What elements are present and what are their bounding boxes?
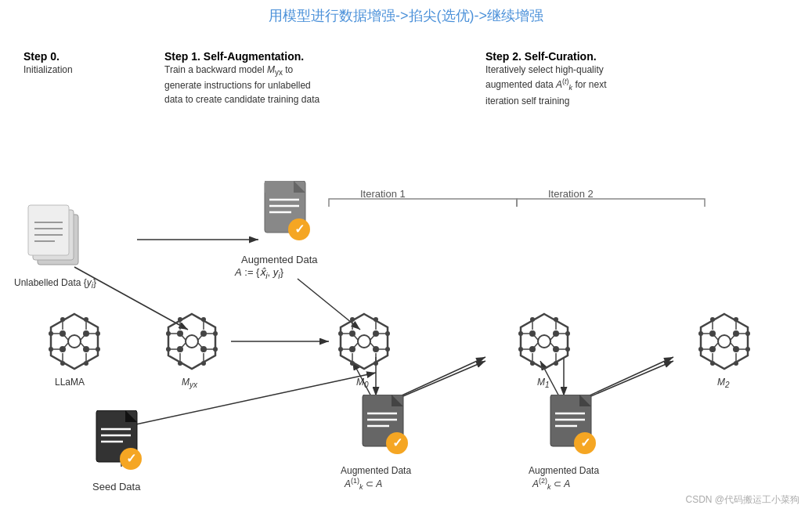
svg-point-109: [538, 335, 550, 348]
seed-data-icon: ✓: [90, 410, 149, 484]
svg-point-121: [565, 347, 570, 352]
step1-subtitle: Train a backward model Myx to generate i…: [164, 63, 321, 106]
svg-point-57: [186, 335, 198, 348]
svg-point-125: [554, 361, 558, 366]
step1-block: Step 1. Self-Augmentation. Train a backw…: [164, 50, 321, 106]
svg-point-92: [338, 331, 343, 336]
unlabelled-data-label: Unlabelled Data {yi}: [14, 277, 96, 290]
svg-point-31: [68, 335, 81, 348]
step1-title: Step 1. Self-Augmentation.: [164, 50, 321, 63]
svg-point-146: [698, 347, 703, 352]
svg-rect-17: [28, 205, 69, 255]
svg-text:✓: ✓: [126, 452, 136, 465]
m1-label: M1: [537, 377, 550, 389]
aug-data-1-label: Augmented Data: [341, 465, 411, 476]
svg-point-69: [213, 347, 218, 352]
step0-subtitle: Initialization: [23, 63, 73, 77]
iteration1-label: Iteration 1: [360, 188, 406, 200]
svg-point-67: [213, 331, 218, 336]
svg-point-144: [698, 331, 703, 336]
svg-point-94: [338, 347, 343, 352]
m2-label: M2: [717, 377, 730, 389]
step0-block: Step 0. Initialization: [23, 50, 73, 77]
svg-point-150: [710, 361, 715, 366]
step2-block: Step 2. Self-Curation. Iteratively selec…: [485, 50, 606, 108]
svg-marker-56: [168, 314, 215, 369]
svg-point-46: [60, 361, 65, 366]
m2-svg: [689, 310, 760, 373]
svg-line-12: [587, 361, 673, 398]
svg-point-41: [96, 331, 100, 336]
svg-point-93: [385, 331, 390, 336]
step2-subtitle: Iteratively select high-qualityaugmented…: [485, 63, 606, 108]
svg-point-42: [49, 347, 53, 352]
m0-label: M0: [356, 377, 369, 389]
seed-data-label: Seed Data: [92, 481, 140, 493]
svg-point-135: [718, 335, 731, 348]
aug-doc-1-svg: ✓: [356, 395, 415, 465]
llama-svg: [39, 310, 110, 373]
m1-icon: [509, 310, 579, 376]
svg-point-148: [710, 317, 715, 322]
m0-svg: [329, 310, 399, 373]
svg-point-45: [84, 317, 88, 322]
aug-data-top-formula: A := {x̂i, yi}: [235, 266, 283, 280]
svg-text:✓: ✓: [392, 436, 402, 449]
m1-svg: [509, 310, 579, 373]
svg-point-119: [565, 331, 570, 336]
svg-point-149: [734, 317, 738, 322]
aug-doc-2-svg: ✓: [544, 395, 603, 465]
svg-point-70: [178, 317, 182, 322]
augmented-data-top-icon: ✓: [258, 181, 317, 254]
svg-point-145: [745, 331, 750, 336]
svg-point-83: [358, 335, 370, 348]
aug-data-1-icon: ✓: [356, 395, 415, 468]
svg-line-4: [579, 357, 673, 400]
myx-label: Myx: [182, 377, 197, 389]
m2-icon: [689, 310, 760, 376]
svg-point-118: [518, 331, 523, 336]
aug-data-top-label: Augmented Data: [241, 254, 318, 265]
svg-marker-134: [701, 314, 748, 369]
svg-point-124: [530, 361, 535, 366]
svg-marker-30: [51, 314, 98, 369]
iteration2-label: Iteration 2: [548, 188, 594, 200]
csdn-watermark: CSDN @代码搬运工小菜狗: [685, 493, 799, 507]
svg-point-99: [374, 361, 378, 366]
llama-icon: [39, 310, 110, 376]
unlabelled-doc-svg: [23, 200, 94, 271]
step0-title: Step 0.: [23, 50, 73, 63]
svg-point-151: [734, 361, 738, 366]
svg-point-73: [201, 361, 206, 366]
aug-data-2-formula: A(2)k ⊂ A: [532, 477, 570, 491]
svg-point-44: [60, 317, 65, 322]
svg-point-97: [374, 317, 378, 322]
myx-svg: [157, 310, 227, 373]
svg-point-72: [178, 361, 182, 366]
aug-data-2-label: Augmented Data: [529, 465, 599, 476]
svg-point-66: [166, 331, 171, 336]
svg-point-47: [84, 361, 88, 366]
step2-title: Step 2. Self-Curation.: [485, 50, 606, 63]
svg-point-95: [385, 347, 390, 352]
svg-line-10: [399, 361, 485, 398]
m0-icon: [329, 310, 399, 376]
svg-point-71: [201, 317, 206, 322]
aug-doc-top-svg: ✓: [258, 181, 317, 251]
aug-data-2-icon: ✓: [544, 395, 603, 468]
svg-line-2: [392, 357, 485, 400]
aug-data-1-formula: A(1)k ⊂ A: [345, 477, 382, 491]
svg-text:✓: ✓: [580, 436, 590, 449]
seed-doc-svg: ✓: [90, 410, 149, 481]
main-diagram: Step 0. Initialization Step 1. Self-Augm…: [0, 28, 812, 513]
svg-text:✓: ✓: [294, 222, 305, 236]
llama-label: LLaMA: [55, 377, 85, 388]
myx-icon: [157, 310, 227, 376]
unlabelled-data-icon: [23, 200, 94, 274]
svg-point-120: [518, 347, 523, 352]
svg-point-98: [350, 361, 355, 366]
top-banner: 用模型进行数据增强->掐尖(选优)->继续增强: [0, 0, 812, 28]
svg-point-147: [745, 347, 750, 352]
svg-point-40: [49, 331, 53, 336]
svg-point-122: [530, 317, 535, 322]
